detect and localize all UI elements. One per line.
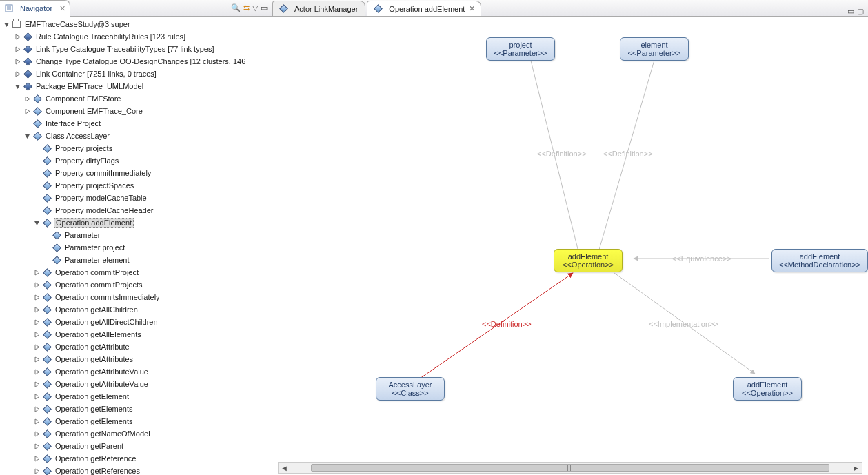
node-accesslayer-class[interactable]: AccessLayer <<Class>> bbox=[376, 377, 445, 401]
tree-item[interactable]: Operation getElements bbox=[0, 403, 272, 415]
tree-root[interactable]: EMFTraceCaseStudy@3 super bbox=[0, 18, 272, 30]
tab-actor-linkmanager[interactable]: Actor LinkManager bbox=[272, 1, 365, 16]
tree-view[interactable]: EMFTraceCaseStudy@3 superRule Catalogue … bbox=[0, 17, 272, 475]
diagram-canvas[interactable]: project <<Parameter>> element <<Paramete… bbox=[272, 17, 868, 475]
tree-item[interactable]: Operation getAllDirectChildren bbox=[0, 316, 272, 328]
tree-item[interactable]: Operation getReferences bbox=[0, 465, 272, 475]
diamond-icon bbox=[42, 205, 52, 215]
close-icon[interactable]: ✕ bbox=[469, 4, 475, 13]
tree-item[interactable]: Interface Project bbox=[0, 117, 272, 130]
expand-icon[interactable] bbox=[33, 393, 41, 401]
tree-item[interactable]: Operation commitProjects bbox=[0, 279, 272, 291]
tree-item[interactable]: Property projects bbox=[0, 142, 272, 154]
tree-item[interactable]: Parameter project bbox=[0, 241, 272, 254]
expand-icon[interactable] bbox=[33, 331, 41, 338]
expand-icon[interactable] bbox=[33, 281, 41, 289]
diamond-icon bbox=[42, 404, 52, 414]
tree-item-label: Operation getElements bbox=[54, 417, 134, 425]
minimize-icon[interactable]: ▭ bbox=[261, 3, 268, 12]
tree-item[interactable]: Operation getAttributeValue bbox=[0, 378, 272, 390]
diamond-icon bbox=[42, 330, 52, 339]
expand-icon[interactable] bbox=[33, 219, 41, 227]
expand-icon[interactable] bbox=[33, 269, 41, 276]
expand-icon[interactable] bbox=[14, 46, 21, 53]
expand-icon[interactable] bbox=[33, 430, 41, 438]
expand-icon[interactable] bbox=[33, 368, 41, 376]
expand-icon[interactable] bbox=[23, 95, 31, 103]
tree-item[interactable]: Operation getAllElements bbox=[0, 328, 272, 341]
tree-item[interactable]: Link Container [7251 links, 0 traces] bbox=[0, 68, 272, 80]
node-project-parameter[interactable]: project <<Parameter>> bbox=[486, 37, 555, 61]
tree-item[interactable]: Class AccessLayer bbox=[0, 130, 272, 142]
expand-icon[interactable] bbox=[14, 70, 21, 78]
collapse-icon[interactable]: ⇆ bbox=[243, 3, 250, 12]
tree-item[interactable]: Operation getAttributes bbox=[0, 353, 272, 365]
view-menu-icon[interactable]: ▽ bbox=[252, 3, 258, 12]
tree-item[interactable]: Operation commitProject bbox=[0, 266, 272, 279]
tree-item[interactable]: Property projectSpaces bbox=[0, 179, 272, 192]
tree-item[interactable]: Operation getAttributeValue bbox=[0, 365, 272, 378]
expand-icon[interactable] bbox=[14, 58, 21, 65]
node-element-parameter[interactable]: element <<Parameter>> bbox=[620, 37, 689, 61]
expand-icon[interactable] bbox=[33, 343, 41, 351]
navigator-tab[interactable]: Navigator ✕ bbox=[0, 0, 70, 17]
expand-icon[interactable] bbox=[33, 319, 41, 326]
tree-item[interactable]: Link Type Catalogue TraceabilityTypes [7… bbox=[0, 43, 272, 55]
scroll-track[interactable] bbox=[290, 463, 850, 473]
node-addelement-methoddecl[interactable]: addElement <<MethodDeclaration>> bbox=[771, 249, 868, 272]
expand-icon[interactable] bbox=[23, 108, 31, 115]
horizontal-scrollbar[interactable]: ◄ ► bbox=[278, 462, 862, 474]
tree-item[interactable]: Package EMFTrace_UMLModel bbox=[0, 80, 272, 92]
expand-icon[interactable] bbox=[33, 467, 41, 475]
tree-item[interactable]: Operation addElement bbox=[0, 216, 272, 229]
node-addelement-operation-2[interactable]: addElement <<Operation>> bbox=[733, 377, 802, 401]
tree-item-label: Interface Project bbox=[44, 119, 102, 128]
expand-icon[interactable] bbox=[33, 381, 41, 388]
expand-icon[interactable] bbox=[14, 33, 21, 41]
scroll-left-icon[interactable]: ◄ bbox=[279, 464, 290, 472]
expand-icon[interactable] bbox=[33, 405, 41, 413]
operation-icon bbox=[373, 4, 383, 14]
tab-operation-addelement[interactable]: Operation addElement ✕ bbox=[367, 1, 481, 16]
diamond-icon bbox=[42, 416, 52, 426]
tree-item[interactable]: Operation getNameOfModel bbox=[0, 427, 272, 440]
link-with-editor-icon[interactable]: 🔍 bbox=[231, 3, 241, 12]
tree-item[interactable]: Property modelCacheTable bbox=[0, 192, 272, 204]
minimize-icon[interactable]: ▭ bbox=[847, 7, 854, 16]
tree-item-label: Operation commitsImmediately bbox=[54, 293, 161, 301]
expand-icon[interactable] bbox=[33, 443, 41, 450]
tree-item[interactable]: Component EMFTrace_Core bbox=[0, 105, 272, 117]
tree-item-label: Operation getReference bbox=[54, 454, 137, 463]
tree-item[interactable]: Parameter element bbox=[0, 254, 272, 266]
tree-item[interactable]: Operation getAttribute bbox=[0, 341, 272, 353]
tree-item[interactable]: Rule Catalogue TraceabilityRules [123 ru… bbox=[0, 30, 272, 43]
tree-item[interactable]: Operation getAllChildren bbox=[0, 303, 272, 316]
tree-item[interactable]: Operation getReference bbox=[0, 452, 272, 465]
navigator-panel: Navigator ✕ 🔍 ⇆ ▽ ▭ EMFTraceCaseStudy@3 … bbox=[0, 0, 272, 475]
tree-item[interactable]: Component EMFStore bbox=[0, 92, 272, 105]
expand-icon[interactable] bbox=[33, 294, 41, 301]
expand-icon[interactable] bbox=[23, 132, 31, 140]
tree-item[interactable]: Operation getElements bbox=[0, 415, 272, 427]
tree-item[interactable]: Operation getElement bbox=[0, 390, 272, 403]
expand-icon[interactable] bbox=[3, 21, 10, 28]
expand-icon[interactable] bbox=[33, 455, 41, 463]
diamond-icon bbox=[42, 193, 52, 203]
close-icon[interactable]: ✕ bbox=[59, 4, 65, 13]
tree-item[interactable]: Operation getParent bbox=[0, 440, 272, 452]
tree-item[interactable]: Parameter bbox=[0, 229, 272, 241]
node-stereo: <<Class>> bbox=[383, 389, 437, 397]
tree-item[interactable]: Property modelCacheHeader bbox=[0, 204, 272, 216]
tree-item[interactable]: Operation commitsImmediately bbox=[0, 291, 272, 303]
expand-icon[interactable] bbox=[33, 418, 41, 425]
node-addelement-operation[interactable]: addElement <<Operation>> bbox=[554, 249, 623, 272]
tree-item[interactable]: Change Type Catalogue OO-DesignChanges [… bbox=[0, 55, 272, 68]
tree-item[interactable]: Property dirtyFlags bbox=[0, 154, 272, 167]
tree-item[interactable]: Property commitImmediately bbox=[0, 167, 272, 179]
expand-icon[interactable] bbox=[33, 306, 41, 314]
scroll-right-icon[interactable]: ► bbox=[850, 464, 862, 472]
expand-icon[interactable] bbox=[14, 83, 21, 90]
expand-icon[interactable] bbox=[33, 356, 41, 363]
scroll-thumb[interactable] bbox=[311, 464, 829, 472]
maximize-icon[interactable]: ▢ bbox=[857, 7, 864, 16]
